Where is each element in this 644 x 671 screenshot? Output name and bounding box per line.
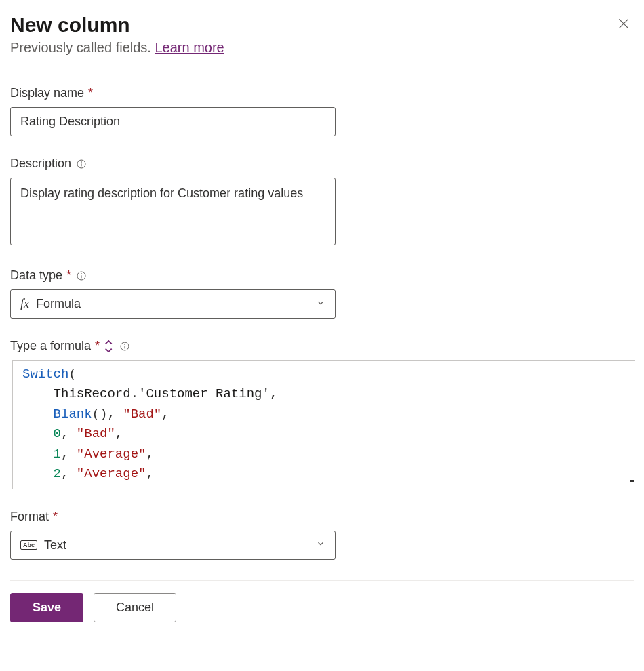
required-indicator: * <box>88 86 93 100</box>
chevron-down-icon <box>316 298 325 310</box>
close-icon <box>617 22 630 33</box>
tok-num: 2 <box>54 466 61 481</box>
page-title: New column <box>10 14 130 37</box>
description-input[interactable]: Display rating description for Customer … <box>10 178 336 245</box>
formula-icon: fx <box>20 297 29 311</box>
required-indicator: * <box>95 339 100 353</box>
chevron-down-icon <box>316 539 325 551</box>
subtitle: Previously called fields. Learn more <box>10 40 634 56</box>
select-value: Formula <box>36 297 316 311</box>
tok-blank: Blank <box>54 407 92 422</box>
svg-point-4 <box>81 161 82 162</box>
learn-more-link[interactable]: Learn more <box>155 40 224 55</box>
required-indicator: * <box>66 268 71 283</box>
tok-this: ThisRecord <box>54 386 131 401</box>
required-indicator: * <box>53 510 58 524</box>
label-text: Type a formula <box>10 339 91 353</box>
tok-num: 1 <box>54 447 61 462</box>
label-text: Display name <box>10 86 84 100</box>
data-type-select[interactable]: fx Formula <box>10 289 336 319</box>
format-label: Format * <box>10 510 634 524</box>
subtitle-text: Previously called fields. <box>10 40 155 55</box>
tok-switch: Switch <box>22 367 68 382</box>
svg-point-10 <box>125 344 125 344</box>
tok-str: "Bad" <box>77 426 115 441</box>
expand-icon[interactable] <box>104 340 115 352</box>
select-value: Text <box>44 538 316 552</box>
display-name-label: Display name * <box>10 86 634 100</box>
description-label: Description <box>10 157 634 171</box>
cancel-button[interactable]: Cancel <box>94 593 176 622</box>
format-select[interactable]: Abc Text <box>10 531 336 560</box>
tok-str: "Bad" <box>123 407 161 422</box>
tok-field: 'Customer Rating' <box>138 386 270 401</box>
formula-label: Type a formula * <box>10 339 634 353</box>
tok-str: "Average" <box>77 447 146 462</box>
footer-bar: Save Cancel <box>10 580 634 634</box>
scroll-handle[interactable] <box>630 480 634 482</box>
label-text: Data type <box>10 268 62 283</box>
data-type-label: Data type * <box>10 268 634 283</box>
info-icon[interactable] <box>75 158 87 170</box>
info-icon[interactable] <box>119 340 131 352</box>
tok-num: 0 <box>54 426 61 441</box>
tok-str: "Average" <box>77 466 146 481</box>
text-icon: Abc <box>20 540 37 550</box>
save-button[interactable]: Save <box>10 593 83 622</box>
formula-editor[interactable]: Switch( ThisRecord.'Customer Rating', Bl… <box>12 360 635 489</box>
close-button[interactable] <box>613 14 634 36</box>
label-text: Description <box>10 157 71 171</box>
svg-point-7 <box>81 273 82 274</box>
info-icon[interactable] <box>75 270 87 282</box>
label-text: Format <box>10 510 49 524</box>
display-name-input[interactable] <box>10 107 336 136</box>
